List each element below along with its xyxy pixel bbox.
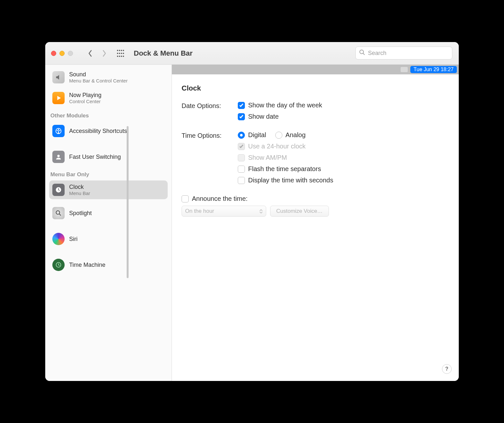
- sidebar-label: Spotlight: [69, 210, 92, 217]
- back-button[interactable]: [85, 48, 96, 59]
- sidebar-label: Sound: [69, 71, 128, 78]
- fast-user-switching-icon: [52, 151, 65, 163]
- sidebar-item-sound[interactable]: Sound Menu Bar & Control Center: [49, 68, 168, 87]
- svg-point-10: [121, 56, 122, 57]
- search-icon: [359, 49, 365, 57]
- radio-label: Digital: [248, 131, 266, 139]
- display-seconds-checkbox[interactable]: Display the time with seconds: [238, 177, 333, 184]
- now-playing-icon: [52, 92, 65, 104]
- pane-heading: Clock: [182, 84, 446, 92]
- search-field[interactable]: [355, 47, 452, 60]
- radio-icon: [238, 132, 245, 139]
- sidebar-label: Now Playing: [69, 92, 101, 99]
- svg-point-6: [121, 53, 122, 54]
- radio-icon: [275, 132, 282, 139]
- sidebar-label: Clock: [69, 184, 90, 190]
- scrollbar[interactable]: [127, 126, 129, 278]
- time-options-label: Time Options:: [182, 131, 238, 139]
- search-input[interactable]: [368, 50, 449, 57]
- help-button[interactable]: ?: [442, 364, 452, 374]
- show-day-of-week-checkbox[interactable]: Show the day of the week: [238, 102, 322, 109]
- analog-radio[interactable]: Analog: [275, 131, 306, 139]
- use-24-hour-checkbox: Use a 24-hour clock: [238, 143, 333, 150]
- sidebar-item-time-machine[interactable]: Time Machine: [49, 255, 168, 274]
- show-ampm-checkbox: Show AM/PM: [238, 154, 333, 161]
- svg-point-1: [119, 50, 120, 51]
- svg-point-0: [117, 50, 118, 51]
- svg-point-7: [123, 53, 124, 54]
- checkbox-label: Show AM/PM: [248, 154, 287, 161]
- checkbox-label: Use a 24-hour clock: [248, 143, 306, 150]
- menubar-preview: Tue Jun 29 18:27: [172, 65, 459, 74]
- sidebar-section-other: Other Modules: [49, 107, 168, 122]
- date-options-label: Date Options:: [182, 102, 238, 110]
- flash-separators-checkbox[interactable]: Flash the time separators: [238, 165, 333, 173]
- sidebar-item-fast-user-switching[interactable]: Fast User Switching: [49, 147, 168, 166]
- sidebar-sub: Control Center: [69, 99, 101, 104]
- show-date-checkbox[interactable]: Show date: [238, 113, 322, 120]
- sidebar-label: Siri: [69, 236, 78, 243]
- checkbox-label: Show date: [248, 113, 279, 120]
- svg-point-8: [117, 56, 118, 57]
- checkbox-label: Display the time with seconds: [248, 177, 333, 184]
- checkbox-icon: [182, 195, 189, 202]
- sidebar-label: Accessibility Shortcuts: [69, 128, 127, 135]
- announce-interval-select: On the hour: [182, 206, 266, 217]
- sidebar[interactable]: Sound Menu Bar & Control Center Now Play…: [45, 65, 172, 381]
- control-center-icon: [401, 67, 408, 72]
- spotlight-icon: [52, 207, 65, 219]
- svg-line-13: [363, 53, 365, 55]
- svg-point-11: [123, 56, 124, 57]
- titlebar: Dock & Menu Bar: [45, 42, 459, 65]
- svg-point-3: [123, 50, 124, 51]
- sidebar-sub: Menu Bar & Control Center: [69, 78, 128, 83]
- button-label: Customize Voice…: [276, 208, 323, 214]
- sidebar-sub: Menu Bar: [69, 190, 90, 196]
- checkbox-label: Flash the time separators: [248, 165, 321, 173]
- checkbox-label: Announce the time:: [192, 195, 247, 202]
- svg-point-15: [58, 129, 59, 130]
- menubar-clock-preview: Tue Jun 29 18:27: [410, 66, 457, 73]
- svg-point-5: [119, 53, 120, 54]
- svg-point-4: [117, 53, 118, 54]
- zoom-button-disabled: [68, 51, 73, 56]
- svg-point-12: [360, 50, 364, 54]
- radio-label: Analog: [286, 131, 306, 139]
- content-pane: Tue Jun 29 18:27 Clock Date Options: Sho…: [172, 65, 459, 381]
- sidebar-item-spotlight[interactable]: Spotlight: [49, 204, 168, 222]
- sidebar-item-siri[interactable]: Siri: [49, 230, 168, 248]
- sidebar-item-clock[interactable]: Clock Menu Bar: [49, 180, 168, 199]
- clock-settings-pane: Clock Date Options: Show the day of the …: [172, 74, 459, 226]
- sidebar-item-accessibility[interactable]: Accessibility Shortcuts: [49, 122, 168, 140]
- checkbox-icon: [238, 113, 245, 120]
- minimize-button[interactable]: [59, 51, 65, 56]
- sound-icon: [52, 71, 65, 83]
- show-all-icon[interactable]: [115, 48, 126, 59]
- window-controls: [51, 51, 73, 56]
- svg-line-19: [59, 214, 61, 215]
- preferences-window: Dock & Menu Bar Sound Menu Bar & Control…: [45, 42, 459, 381]
- checkbox-icon: [238, 154, 245, 161]
- checkbox-icon: [238, 102, 245, 109]
- sidebar-label: Time Machine: [69, 262, 105, 268]
- stepper-arrows-icon: [259, 209, 263, 214]
- svg-point-16: [57, 155, 59, 157]
- forward-button: [99, 48, 110, 59]
- checkbox-icon: [238, 166, 245, 173]
- svg-point-9: [119, 56, 120, 57]
- select-value: On the hour: [185, 208, 214, 214]
- sidebar-section-menubar: Menu Bar Only: [49, 166, 168, 180]
- siri-icon: [52, 233, 65, 245]
- window-title: Dock & Menu Bar: [134, 49, 193, 58]
- announce-time-checkbox[interactable]: Announce the time:: [182, 195, 446, 202]
- accessibility-icon: [52, 125, 65, 137]
- svg-point-18: [56, 211, 60, 214]
- checkbox-icon: [238, 177, 245, 184]
- sidebar-label: Fast User Switching: [69, 154, 121, 160]
- digital-radio[interactable]: Digital: [238, 131, 266, 139]
- close-button[interactable]: [51, 51, 56, 56]
- sidebar-item-now-playing[interactable]: Now Playing Control Center: [49, 89, 168, 107]
- time-machine-icon: [52, 259, 65, 271]
- window-body: Sound Menu Bar & Control Center Now Play…: [45, 65, 459, 381]
- svg-point-2: [121, 50, 122, 51]
